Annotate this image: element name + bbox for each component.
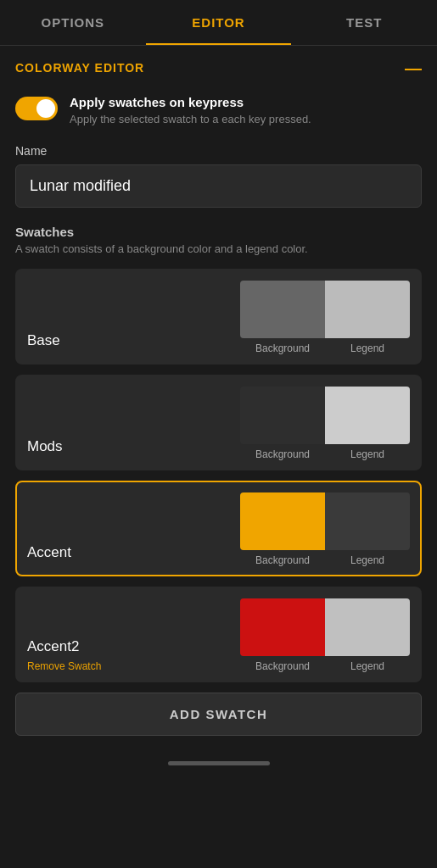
swatch-mods-legend-color[interactable] — [325, 387, 410, 444]
tab-editor[interactable]: EDITOR — [146, 0, 292, 45]
swatch-accent[interactable]: Accent Background Legend — [15, 481, 422, 576]
swatch-mods-background-color[interactable] — [240, 387, 325, 444]
swatch-accent2-colors: Background Legend — [240, 598, 410, 672]
swatch-mods-legend-block: Legend — [325, 387, 410, 460]
swatch-accent-legend-block: Legend — [325, 492, 410, 566]
tab-options[interactable]: OPTIONS — [0, 0, 146, 45]
swatch-accent2[interactable]: Accent2 Remove Swatch Background Legend — [15, 587, 422, 682]
swatch-base-name-col: Base — [27, 332, 240, 354]
swatches-title: Swatches — [15, 225, 422, 239]
swatch-accent-name-col: Accent — [27, 544, 240, 566]
swatch-base-background-block: Background — [240, 281, 325, 354]
swatch-base-background-color[interactable] — [240, 281, 325, 338]
swatch-mods-background-label: Background — [240, 448, 325, 460]
toggle-sublabel: Apply the selected swatch to a each key … — [70, 113, 422, 125]
swatch-accent-name: Accent — [27, 544, 240, 561]
toggle-thumb — [36, 99, 55, 118]
swatch-accent2-name: Accent2 — [27, 638, 240, 655]
tab-test[interactable]: TEST — [291, 0, 437, 45]
swatch-mods-legend-label: Legend — [325, 448, 410, 460]
swatches-header: Swatches A swatch consists of a backgrou… — [0, 221, 437, 269]
swatch-accent2-background-label: Background — [240, 660, 325, 672]
name-input[interactable] — [15, 164, 422, 208]
swatches-subtitle: A swatch consists of a background color … — [15, 242, 422, 255]
swatch-base[interactable]: Base Background Legend — [15, 269, 422, 364]
name-label: Name — [15, 144, 422, 158]
swatch-base-legend-block: Legend — [325, 281, 410, 354]
toggle-track — [15, 97, 58, 120]
swatch-accent2-name-col: Accent2 Remove Swatch — [27, 638, 240, 672]
swatch-accent2-legend-label: Legend — [325, 660, 410, 672]
toggle-row: Apply swatches on keypress Apply the sel… — [0, 86, 437, 137]
toggle-label: Apply swatches on keypress — [70, 95, 422, 109]
swatch-base-background-label: Background — [240, 342, 325, 354]
apply-swatches-toggle[interactable] — [15, 97, 58, 120]
swatch-mods[interactable]: Mods Background Legend — [15, 375, 422, 470]
add-swatch-button[interactable]: ADD SWATCH — [15, 693, 422, 736]
swatch-base-name: Base — [27, 332, 240, 349]
swatch-base-legend-color[interactable] — [325, 281, 410, 338]
swatch-accent-background-color[interactable] — [240, 492, 325, 550]
swatch-accent2-background-block: Background — [240, 598, 325, 672]
swatch-mods-colors: Background Legend — [240, 387, 410, 460]
swatch-accent-legend-color[interactable] — [325, 492, 410, 550]
section-title: COLORWAY EDITOR — [15, 61, 144, 75]
swatch-accent-background-label: Background — [240, 554, 325, 566]
name-field-group: Name — [0, 137, 437, 221]
swatch-mods-name-col: Mods — [27, 438, 240, 460]
swatch-mods-name: Mods — [27, 438, 240, 455]
toggle-label-group: Apply swatches on keypress Apply the sel… — [70, 95, 422, 125]
collapse-icon[interactable]: — — [405, 59, 422, 76]
swatch-accent-legend-label: Legend — [325, 554, 410, 566]
bottom-bar — [0, 753, 437, 771]
swatch-accent2-background-color[interactable] — [240, 598, 325, 656]
tab-bar: OPTIONS EDITOR TEST — [0, 0, 437, 46]
swatch-accent2-legend-block: Legend — [325, 598, 410, 672]
remove-swatch-accent2-button[interactable]: Remove Swatch — [27, 660, 240, 672]
swatch-base-legend-label: Legend — [325, 342, 410, 354]
swatch-base-colors: Background Legend — [240, 281, 410, 354]
swatch-accent-background-block: Background — [240, 492, 325, 566]
swatch-accent-colors: Background Legend — [240, 492, 410, 566]
swatch-mods-background-block: Background — [240, 387, 325, 460]
swatch-accent2-legend-color[interactable] — [325, 598, 410, 656]
section-header: COLORWAY EDITOR — — [0, 46, 437, 86]
bottom-indicator — [168, 761, 270, 765]
